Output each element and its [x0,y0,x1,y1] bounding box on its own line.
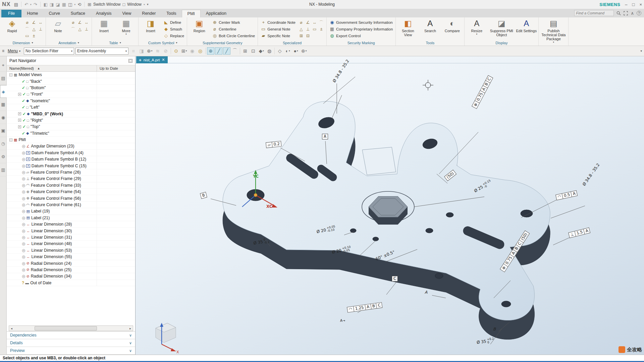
s4-icon[interactable]: ⌒ [318,19,325,26]
render-style-icon[interactable]: ●▾ [292,47,300,55]
ribbon-tab-view[interactable]: View [117,10,137,17]
tree-row[interactable]: ✓□"Left" [7,104,135,111]
check-icon[interactable]: ✓ [22,105,25,110]
panel-window-icon[interactable]: □ [128,59,132,63]
view-sync-arrow[interactable]: ▾ [74,3,75,6]
tree-row[interactable]: ◎▱Feature Control Frame (26) [7,169,135,176]
ribbon-tab-surface[interactable]: Surface [65,10,91,17]
find-command-input[interactable] [574,10,614,16]
point-dialog-icon[interactable]: ⊕▾ [146,47,153,55]
chamfer-dim-icon[interactable]: ⌒ [24,26,31,33]
scroll-right-arrow[interactable]: ▸ [128,327,133,330]
chevron-down-icon[interactable]: ∨ [129,333,132,338]
tree-row[interactable]: +✓◆"MBD_0" (Work) [7,111,135,117]
suppress-pmi-button[interactable]: ◪Suppress PMI Object [488,18,515,37]
collapse-icon[interactable]: − [9,73,12,76]
expand-icon[interactable]: + [18,93,21,96]
undo-menu-arrow[interactable]: ▾ [30,3,32,6]
tree-row[interactable]: +✓□"Right" [7,117,135,124]
check-icon[interactable]: ✓ [22,118,26,123]
ribbon-tab-render[interactable]: Render [137,10,161,17]
radial-dim-icon[interactable]: ↔ [37,19,44,26]
check-icon[interactable]: ✓ [22,85,25,90]
hole-right-lobe[interactable] [521,210,533,217]
paste-icon[interactable]: ◪ [56,2,60,7]
column-up-to-date[interactable]: Up to Date [97,65,135,71]
tree-row[interactable]: +✓□"Top" [7,124,135,130]
s7-icon[interactable]: ▭ [311,26,318,33]
center-mark-button[interactable]: ⊕Center Mark [211,19,256,25]
specific-note-button[interactable]: ▰Specific Note [260,33,297,39]
visibility-eye-icon[interactable]: ◎ [22,241,25,246]
wireframe-tool-icon[interactable]: ◇ [276,47,283,55]
insert-symbol-button[interactable]: ◨Insert [140,18,161,33]
group-dialog-arrow[interactable]: ▾ [176,41,177,44]
datum-tool-icon[interactable]: ◆▾ [258,47,265,55]
column-name[interactable]: Name(filtered) [9,66,34,70]
note-button[interactable]: ▱Note [48,18,68,33]
replace-button[interactable]: ◇Replace [162,33,185,39]
linear-dim-icon[interactable]: ⌀ [24,19,31,26]
rapid-button[interactable]: ◈Rapid [2,18,22,33]
copy-icon[interactable]: ◨ [50,2,54,7]
snap-settings-icon[interactable]: ⌗ [130,47,137,55]
resource-bar-part-navigator-icon[interactable]: ◈ [0,85,7,98]
tree-row[interactable]: ✓□"Bottom" [7,85,135,91]
expand-icon[interactable]: + [18,112,21,115]
group-dialog-arrow[interactable]: ▾ [78,41,79,44]
tree-row[interactable]: ◎⊥Feature Control Frame (29) [7,176,135,182]
ribbon-tab-pmi[interactable]: PMI [182,10,201,17]
minimize-ribbon-icon[interactable]: ∧ [631,11,634,16]
cut-icon[interactable]: ◧ [44,2,48,7]
window-menu-arrow[interactable]: ▾ [144,3,145,6]
ribbon-tab-curve[interactable]: Curve [44,10,65,17]
horizontal-scrollbar[interactable]: ◂ ▸ [9,325,133,331]
check-icon[interactable]: ✓ [22,131,25,136]
tree-row[interactable]: −▦PMI [7,137,135,143]
repeat-command-icon[interactable]: ⟲ [77,2,81,7]
selection-scope-dropdown[interactable]: Entire Assembly▾ [75,48,128,55]
expand-icon[interactable]: + [18,119,21,122]
close-button[interactable]: × [639,2,642,7]
visibility-eye-icon[interactable]: ◎ [22,248,25,253]
selection-filter-dropdown[interactable]: No Selection Filter▾ [24,48,74,55]
visibility-eye-icon[interactable]: ◎ [22,150,25,155]
visibility-eye-icon[interactable]: ◎ [22,235,25,240]
tree-row[interactable]: ◎⊕Feature Control Frame (56) [7,195,135,201]
group-dialog-arrow[interactable]: ▾ [32,41,33,44]
group-dialog-arrow[interactable]: ▾ [120,41,121,44]
perp-dim-icon[interactable]: ▭ [24,33,31,39]
thickness-dim-icon[interactable]: △ [31,26,37,33]
s5-icon[interactable]: △ [298,26,305,33]
centerline-button[interactable]: ⌀Centerline [211,26,256,32]
collapse-icon[interactable]: − [9,138,12,141]
visibility-eye-icon[interactable]: ◎ [22,254,25,259]
publish-tdp-button[interactable]: ▤Publish Technical Data Package▾ [540,18,567,44]
company-proprietary-information-button[interactable]: ▦Company Proprietary Information [328,26,394,32]
tree-row[interactable]: ◎↔Linear Dimension (31) [7,234,135,241]
s10-icon[interactable]: ⊟ [305,33,311,39]
snap-center-icon[interactable]: ◉ [189,47,196,55]
hole-leg-end[interactable] [501,301,511,307]
visibility-eye-icon[interactable]: ◎ [22,144,25,148]
scrollbar-thumb[interactable] [35,326,97,330]
check-icon[interactable]: ✓ [22,92,26,97]
snap-mid-icon[interactable]: ⊞▾ [180,47,188,55]
bolt-circle-centerline-button[interactable]: ◎Bolt Circle Centerline [211,33,256,39]
window-menu-button[interactable]: Window [127,2,142,7]
visibility-eye-icon[interactable]: ◎ [22,170,25,175]
visibility-eye-icon[interactable]: ◎ [22,222,25,227]
tol-dim-icon[interactable]: ± [31,33,37,39]
tree-row[interactable]: ◎↔Linear Dimension (30) [7,228,135,234]
plane-tool-icon[interactable]: ⊡ [250,47,257,55]
search-icon[interactable] [616,11,621,15]
panel-dependencies[interactable]: Dependencies∨ [7,331,135,339]
define-button[interactable]: ◣Define [162,19,185,25]
toolbar-overflow-arrow[interactable]: ▾ [640,49,642,53]
visibility-eye-icon[interactable]: ◎ [22,176,25,181]
insert-table-button[interactable]: ▦Insert [94,18,114,33]
tree-row[interactable]: ◎◠Feature Control Frame (33) [7,182,135,189]
restore-button[interactable]: □ [632,2,635,7]
switch-window-button[interactable]: Switch Window [93,2,120,7]
chevron-down-icon[interactable]: ∨ [129,341,132,345]
